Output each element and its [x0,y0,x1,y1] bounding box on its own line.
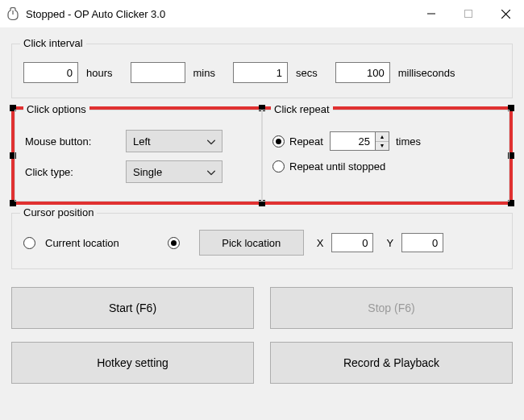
ms-input[interactable] [335,62,390,83]
chevron-down-icon [207,135,215,148]
stop-button-label: Stop (F6) [368,301,414,314]
click-type-label: Click type: [25,166,118,178]
chevron-down-icon [207,166,215,178]
title-bar: Stopped - OP Auto Clicker 3.0 [0,0,524,27]
start-button[interactable]: Start (F6) [11,287,254,329]
pick-location-button-label: Pick location [222,237,281,249]
record-button-label: Record & Playback [343,356,439,369]
repeat-count-input[interactable] [330,131,375,151]
window-title: Stopped - OP Auto Clicker 3.0 [26,8,413,20]
mins-input[interactable] [131,62,185,83]
spinner-down-icon[interactable]: ▼ [376,142,389,151]
close-button[interactable] [487,0,524,27]
click-repeat-title: Click repeat [271,103,333,115]
cursor-position-group: Cursor position Current location Pick lo… [11,213,513,269]
repeat-label: Repeat [289,135,323,148]
current-location-label: Current location [45,237,119,249]
repeat-until-stopped-label: Repeat until stopped [289,160,385,173]
mouse-button-combo[interactable]: Left [126,130,222,152]
hours-input[interactable] [23,62,78,83]
svg-rect-2 [465,10,472,18]
hotkey-setting-button[interactable]: Hotkey setting [11,342,254,384]
ms-label: milliseconds [398,67,455,79]
click-interval-group: Click interval hours mins secs milliseco… [11,44,513,98]
pick-location-button[interactable]: Pick location [199,230,304,256]
record-playback-button[interactable]: Record & Playback [270,342,513,384]
minimize-button[interactable] [413,0,450,27]
click-type-value: Single [133,166,162,178]
hours-label: hours [86,67,113,79]
pick-location-radio[interactable] [168,237,180,249]
secs-label: secs [296,67,318,79]
current-location-radio[interactable] [23,237,35,249]
repeat-until-stopped-radio[interactable] [272,160,285,173]
stop-button: Stop (F6) [270,287,513,329]
repeat-count-spinner[interactable]: ▲ ▼ [330,131,389,151]
start-button-label: Start (F6) [109,301,156,314]
click-interval-title: Click interval [20,37,86,49]
click-options-group: Click options Mouse button: Left Click t… [15,110,262,202]
click-type-combo[interactable]: Single [126,160,222,183]
x-label: X [317,237,324,249]
highlight-selection: Click options Mouse button: Left Click t… [11,106,513,205]
app-icon [6,7,19,20]
times-label: times [396,135,421,148]
click-repeat-group: Click repeat Repeat ▲ ▼ times Repeat unt… [262,110,509,202]
y-label: Y [386,237,393,249]
spinner-up-icon[interactable]: ▲ [376,132,389,142]
cursor-position-title: Cursor position [20,206,97,218]
mins-label: mins [193,67,215,79]
hotkey-button-label: Hotkey setting [97,356,168,369]
client-area: Click interval hours mins secs milliseco… [0,27,524,420]
mouse-button-label: Mouse button: [25,135,118,148]
y-input[interactable] [401,233,443,252]
mouse-button-value: Left [133,135,151,148]
maximize-button[interactable] [450,0,487,27]
x-input[interactable] [331,233,373,252]
click-options-title: Click options [23,103,89,115]
secs-input[interactable] [233,62,288,83]
repeat-radio[interactable] [272,135,285,148]
